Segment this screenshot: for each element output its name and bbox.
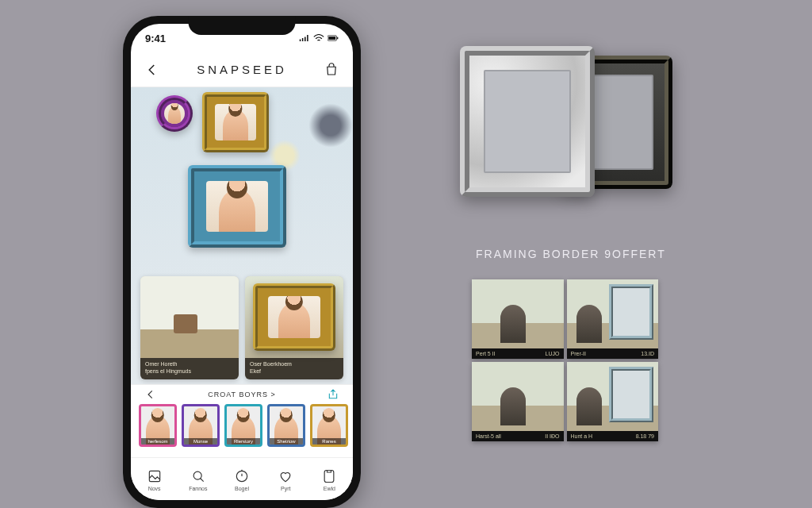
canvas-frame-blue[interactable] xyxy=(188,165,286,248)
tab-bogel[interactable]: Bogel xyxy=(220,461,263,498)
sample-frame xyxy=(609,367,653,422)
chevron-left-icon xyxy=(145,63,159,77)
gallery-card-title: Oser Boerkhoem xyxy=(250,361,339,368)
thumb-label: Monse xyxy=(184,438,217,444)
sample-label: Hunt a H8.18 79 xyxy=(567,431,659,441)
tab-fannos[interactable]: Fannos xyxy=(176,461,220,498)
strip-back-button[interactable] xyxy=(140,384,161,405)
tab-novs[interactable]: Novs xyxy=(132,461,176,498)
canvas-gallery-row: Omer Horeth fpens el Hingmuds Oser Boerk… xyxy=(140,276,343,379)
sample-tile[interactable]: Pert 5 IILUJO xyxy=(472,279,564,359)
gallery-card-subtitle: fpens el Hingmuds xyxy=(145,368,234,375)
sample-frame xyxy=(609,284,653,340)
style-thumb[interactable]: Shetriow xyxy=(267,404,305,447)
sample-figure xyxy=(500,387,526,425)
gallery-card-subtitle: Ekef xyxy=(250,368,339,375)
tab-ewld[interactable]: Ewld xyxy=(308,461,351,498)
style-thumb[interactable]: herfesom xyxy=(139,404,177,447)
tab-icon xyxy=(190,468,206,484)
tab-icon xyxy=(321,468,337,484)
status-time: 9:41 xyxy=(145,33,166,44)
strip-title: CROAT BOYRS > xyxy=(208,391,275,398)
editor-canvas[interactable]: Omer Horeth fpens el Hingmuds Oser Boerk… xyxy=(131,87,353,384)
back-button[interactable] xyxy=(142,60,163,80)
decor-bubble xyxy=(307,102,353,149)
app-nav: SNAPSEED xyxy=(131,52,353,87)
style-thumb[interactable]: Monse xyxy=(182,404,220,447)
thumb-label: Rlerstory xyxy=(227,438,260,444)
svg-rect-2 xyxy=(337,37,338,40)
sample-figure xyxy=(576,305,602,343)
tab-label: Fannos xyxy=(189,486,207,491)
cell-signal-icon xyxy=(299,34,310,42)
sample-tile[interactable]: Harst-5 allII IÐO xyxy=(472,362,564,441)
phone-screen: 9:41 SNAPSEED xyxy=(131,24,353,500)
hero-frames xyxy=(460,46,666,205)
sample-figure xyxy=(500,305,526,343)
gallery-card-title: Omer Horeth xyxy=(145,361,234,368)
tab-label: Novs xyxy=(148,486,161,491)
style-strip-header: CROAT BOYRS > xyxy=(131,385,353,404)
sample-tile[interactable]: Prer-II13.ID xyxy=(567,279,659,359)
chevron-left-icon xyxy=(145,389,156,400)
gallery-card[interactable]: Omer Horeth fpens el Hingmuds xyxy=(140,276,239,379)
sample-label: Harst-5 allII IÐO xyxy=(472,431,564,441)
sample-figure xyxy=(576,387,602,425)
style-strip: CROAT BOYRS > herfesomMonseRlerstoryShet… xyxy=(131,384,353,457)
hero-frame-silver xyxy=(460,46,595,197)
sample-grid: Pert 5 IILUJOPrer-II13.IDHarst-5 allII I… xyxy=(472,279,658,441)
style-thumbs[interactable]: herfesomMonseRlerstoryShetriowRanes xyxy=(131,404,353,457)
sample-label: Prer-II13.ID xyxy=(567,348,659,359)
app-title: SNAPSEED xyxy=(197,63,287,76)
thumb-label: herfesom xyxy=(141,438,174,444)
shopping-bag-button[interactable] xyxy=(321,60,342,80)
wifi-icon xyxy=(313,34,324,42)
thumb-label: Ranes xyxy=(312,438,346,444)
bag-icon xyxy=(324,63,339,77)
sample-label: Pert 5 IILUJO xyxy=(472,348,564,359)
tab-bar: NovsFannosBogelPyrtEwld xyxy=(131,457,353,500)
gallery-card[interactable]: Oser Boerkhoem Ekef xyxy=(245,276,343,379)
style-thumb[interactable]: Rlerstory xyxy=(224,404,262,447)
tab-label: Bogel xyxy=(235,486,249,491)
hero-caption: FRAMING BORDER 9OFFERT xyxy=(476,248,666,260)
canvas-frame-gold-small[interactable] xyxy=(202,92,269,152)
status-icons xyxy=(299,34,339,42)
tab-pyrt[interactable]: Pyrt xyxy=(264,461,308,498)
phone-notch xyxy=(189,16,296,35)
tab-icon xyxy=(278,468,293,484)
share-button[interactable] xyxy=(323,384,343,405)
sample-tile[interactable]: Hunt a H8.18 79 xyxy=(567,362,659,441)
thumb-label: Shetriow xyxy=(270,438,303,444)
style-thumb[interactable]: Ranes xyxy=(310,404,348,447)
phone-device: 9:41 SNAPSEED xyxy=(123,16,361,508)
share-icon xyxy=(327,388,339,401)
svg-rect-1 xyxy=(328,37,335,40)
tab-label: Pyrt xyxy=(281,486,290,491)
canvas-frame-avatar[interactable] xyxy=(156,95,193,132)
battery-icon xyxy=(327,34,339,42)
tab-label: Ewld xyxy=(324,486,335,491)
tab-icon xyxy=(147,468,163,484)
tab-icon xyxy=(234,468,250,484)
